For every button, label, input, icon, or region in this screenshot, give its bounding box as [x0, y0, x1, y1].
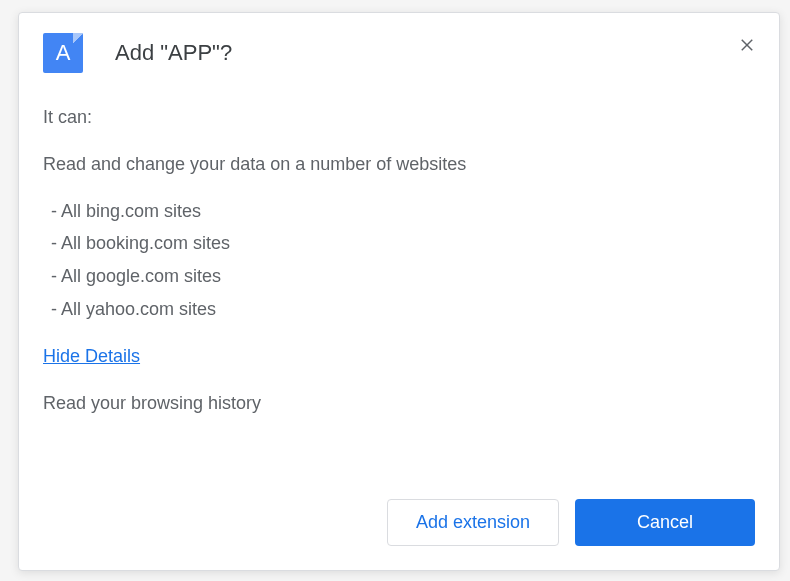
extension-install-dialog: A Add "APP"? It can: Read and change you… [18, 12, 780, 571]
permission-description: Read and change your data on a number of… [43, 150, 755, 179]
hide-details-link[interactable]: Hide Details [43, 342, 140, 371]
site-item: - All yahoo.com sites [51, 295, 755, 324]
close-icon [738, 36, 756, 54]
dialog-body: It can: Read and change your data on a n… [19, 91, 779, 483]
site-item: - All google.com sites [51, 262, 755, 291]
site-item: - All bing.com sites [51, 197, 755, 226]
site-item: - All booking.com sites [51, 229, 755, 258]
app-icon-letter: A [56, 40, 71, 66]
add-extension-button[interactable]: Add extension [387, 499, 559, 546]
close-button[interactable] [733, 31, 761, 59]
permissions-intro: It can: [43, 103, 755, 132]
app-icon: A [43, 33, 83, 73]
cancel-button[interactable]: Cancel [575, 499, 755, 546]
dialog-footer: Add extension Cancel [19, 483, 779, 570]
dialog-header: A Add "APP"? [19, 13, 779, 91]
additional-permission: Read your browsing history [43, 389, 755, 418]
dialog-title: Add "APP"? [115, 40, 232, 66]
sites-list: - All bing.com sites - All booking.com s… [43, 197, 755, 324]
